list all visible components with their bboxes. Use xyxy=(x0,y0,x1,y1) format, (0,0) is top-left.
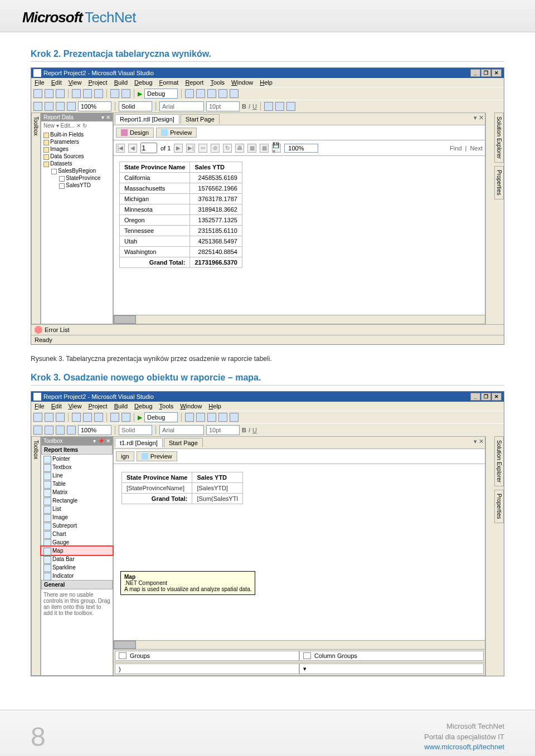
tab-report1[interactable]: Report1.rdl [Design] xyxy=(115,114,179,124)
last-page-icon[interactable]: ▶| xyxy=(186,144,195,153)
cut-icon[interactable] xyxy=(72,413,81,422)
toolbar-icon[interactable] xyxy=(218,413,227,422)
font-size-dropdown[interactable]: 10pt xyxy=(206,425,240,435)
tab-close-icon[interactable]: ▾ ✕ xyxy=(474,114,484,124)
expr-province[interactable]: [StateProvinceName] xyxy=(122,483,192,494)
config-dropdown[interactable]: Debug xyxy=(144,89,178,99)
layout-icon[interactable]: ▦ xyxy=(247,144,256,153)
tab-close-icon[interactable]: ▾ ✕ xyxy=(474,438,484,447)
toolbox-indicator[interactable]: Indicator xyxy=(41,572,113,580)
menu-file[interactable]: File xyxy=(35,79,45,86)
toolbar-icon[interactable] xyxy=(207,89,216,98)
undo-icon[interactable] xyxy=(110,89,119,98)
toolbox-image[interactable]: Image xyxy=(41,513,113,521)
cut-icon[interactable] xyxy=(72,89,81,98)
toolbar-icon[interactable] xyxy=(207,413,216,422)
tab-start-page[interactable]: Start Page xyxy=(164,438,203,447)
zoom-dropdown[interactable]: 100% xyxy=(78,101,111,111)
menu-project[interactable]: Project xyxy=(88,79,107,86)
toolbox-list[interactable]: List xyxy=(41,505,113,513)
page-index-input[interactable] xyxy=(140,143,157,153)
menu-debug[interactable]: Debug xyxy=(134,403,152,409)
menu-view[interactable]: View xyxy=(69,79,82,86)
toolbox-map[interactable]: Map xyxy=(41,547,113,555)
v-scrollbar[interactable] xyxy=(485,113,494,324)
tree-field-salesytd[interactable]: SalesYTD xyxy=(58,182,111,189)
toolbox-line[interactable]: Line xyxy=(41,471,113,480)
zoom-dropdown[interactable]: 100% xyxy=(78,425,111,435)
menu-build[interactable]: Build xyxy=(114,403,128,409)
toolbox-chart[interactable]: Chart xyxy=(41,530,113,538)
h-scrollbar[interactable] xyxy=(114,640,485,649)
solution-explorer-tab[interactable]: Solution Explorer xyxy=(494,436,504,486)
open-icon[interactable] xyxy=(45,89,54,98)
redo-icon[interactable] xyxy=(121,89,130,98)
open-icon[interactable] xyxy=(45,413,54,422)
next-link[interactable]: Next xyxy=(470,145,483,152)
tree-datasources[interactable]: Data Sources xyxy=(42,153,111,160)
expr-sales[interactable]: [SalesYTD] xyxy=(192,483,243,494)
copy-icon[interactable] xyxy=(83,413,92,422)
subtab-preview[interactable]: Preview xyxy=(156,128,197,138)
save-icon[interactable] xyxy=(56,89,65,98)
tree-datasets[interactable]: Datasets xyxy=(42,160,111,167)
menu-report[interactable]: Report xyxy=(185,79,203,86)
toolbar-icon[interactable] xyxy=(185,413,194,422)
align-icon[interactable] xyxy=(286,102,295,111)
line-style-dropdown[interactable]: Solid xyxy=(119,101,152,111)
pane-pin-icon[interactable]: ▾ ✕ xyxy=(101,114,110,120)
tab-start-page[interactable]: Start Page xyxy=(181,114,220,124)
menu-edit[interactable]: Edit xyxy=(51,403,62,409)
menu-tools[interactable]: Tools xyxy=(210,79,225,86)
menu-window[interactable]: Window xyxy=(231,79,253,86)
setup-icon[interactable]: ▦ xyxy=(260,144,269,153)
paste-icon[interactable] xyxy=(94,413,103,422)
next-page-icon[interactable]: ▶ xyxy=(174,144,183,153)
find-link[interactable]: Find xyxy=(450,145,461,152)
zoom-select[interactable]: 100% xyxy=(284,144,318,153)
run-icon[interactable]: ▶ xyxy=(138,414,142,421)
tree-images[interactable]: Images xyxy=(42,145,111,153)
menu-window[interactable]: Window xyxy=(180,403,202,409)
tab-report-design[interactable]: t1.rdl [Design] xyxy=(115,438,163,447)
print-icon[interactable]: 🖶 xyxy=(235,144,244,153)
italic-button[interactable]: I xyxy=(249,427,250,433)
back-icon[interactable]: ⇦ xyxy=(198,144,207,153)
minimize-button[interactable]: _ xyxy=(470,69,480,77)
toolbar-icon[interactable] xyxy=(67,102,76,111)
dcol-province[interactable]: State Province Name xyxy=(122,472,192,483)
maximize-button[interactable]: ❐ xyxy=(481,69,491,77)
toolbox-side-tab[interactable]: Toolbox xyxy=(31,113,41,324)
toolbox-textbox[interactable]: Textbox xyxy=(41,463,113,471)
groups-detail[interactable]: ) ▾ xyxy=(114,662,485,675)
config-dropdown[interactable]: Debug xyxy=(144,412,178,422)
run-icon[interactable]: ▶ xyxy=(138,90,142,97)
design-table[interactable]: State Province Name Sales YTD [StateProv… xyxy=(121,472,243,504)
font-name-dropdown[interactable]: Arial xyxy=(159,101,204,111)
save-icon[interactable] xyxy=(56,413,65,422)
menu-file[interactable]: File xyxy=(35,403,45,409)
dcol-sales[interactable]: Sales YTD xyxy=(192,472,243,483)
subtab-preview[interactable]: Preview xyxy=(137,451,177,461)
align-icon[interactable] xyxy=(264,102,273,111)
toolbox-section-report[interactable]: Report Items xyxy=(41,445,113,455)
report-data-tools[interactable]: New ▾ Edit... ✕ ↻ xyxy=(41,121,113,130)
toolbox-sparkline[interactable]: Sparkline xyxy=(41,563,113,572)
subtab-design[interactable]: Design xyxy=(116,128,154,138)
first-page-icon[interactable]: |◀ xyxy=(116,144,125,153)
stop-icon[interactable]: ⊘ xyxy=(211,144,220,153)
copy-icon[interactable] xyxy=(83,89,92,98)
export-icon[interactable]: 💾▾ xyxy=(272,144,281,153)
toolbar-icon[interactable] xyxy=(45,102,54,111)
toolbar-icon[interactable] xyxy=(45,426,54,435)
close-button[interactable]: ✕ xyxy=(492,69,502,77)
align-icon[interactable] xyxy=(275,102,284,111)
menu-edit[interactable]: Edit xyxy=(51,79,62,86)
toolbar-icon[interactable] xyxy=(230,89,239,98)
menu-help[interactable]: Help xyxy=(260,79,273,86)
line-style-dropdown[interactable]: Solid xyxy=(119,425,152,435)
menu-build[interactable]: Build xyxy=(114,79,128,86)
font-size-dropdown[interactable]: 10pt xyxy=(206,101,240,111)
font-name-dropdown[interactable]: Arial xyxy=(159,425,204,435)
underline-button[interactable]: U xyxy=(252,427,257,433)
